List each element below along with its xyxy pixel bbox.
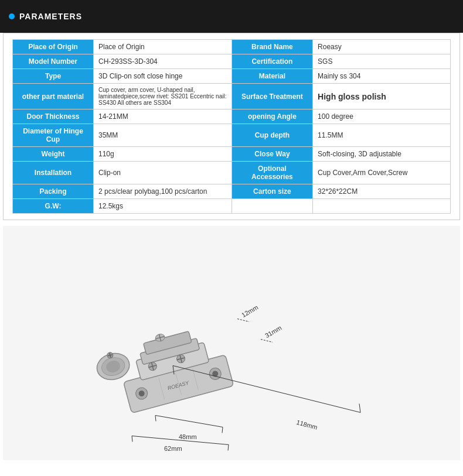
- dim-48mm: 48mm: [179, 433, 197, 440]
- left-label-3: other part material: [13, 84, 94, 109]
- right-label-7: Optional Accessories: [232, 162, 312, 184]
- right-label-8: Carton size: [232, 184, 312, 199]
- dim-62mm: 62mm: [164, 445, 182, 452]
- left-value-2: 3D Clip-on soft close hinge: [94, 69, 232, 84]
- left-value-7: Clip-on: [94, 162, 232, 184]
- left-label-6: Weight: [13, 147, 94, 162]
- left-value-3: Cup cover, arm cover, U-shaped nail, lam…: [94, 84, 232, 109]
- svg-line-36: [132, 436, 132, 442]
- left-label-8: Packing: [13, 184, 94, 199]
- left-label-5: Diameter of Hinge Cup: [13, 124, 94, 147]
- dim-31mm: 31mm: [264, 324, 282, 340]
- dim-118mm: 118mm: [295, 419, 318, 431]
- left-value-5: 35MM: [94, 124, 232, 147]
- header-triangle: [90, 5, 100, 28]
- left-label-2: Type: [13, 69, 94, 84]
- left-label-7: Installation: [13, 162, 94, 184]
- right-value-8: 32*26*22CM: [313, 184, 451, 199]
- right-label-3: Surface Treatment: [232, 84, 312, 109]
- svg-line-37: [228, 445, 229, 451]
- right-label-0: Brand Name: [232, 40, 312, 54]
- left-value-6: 110g: [94, 147, 232, 162]
- hinge-section: ROEASY: [3, 226, 460, 460]
- svg-line-34: [222, 427, 223, 433]
- right-value-0: Roeasy: [313, 40, 451, 54]
- right-label-4: opening Angle: [232, 109, 312, 124]
- right-value-5: 11.5MM: [313, 124, 451, 147]
- dim-12mm: 12mm: [240, 304, 259, 319]
- left-value-0: Place of Origin: [94, 40, 232, 54]
- svg-line-32: [155, 416, 223, 427]
- left-value-8: 2 pcs/clear polybag,100 pcs/carton: [94, 184, 232, 199]
- right-label-6: Close Way: [232, 147, 312, 162]
- left-value-9: 12.5kgs: [94, 199, 232, 214]
- svg-line-27: [237, 319, 249, 322]
- right-value-6: Soft-closing, 3D adjustable: [313, 147, 451, 162]
- left-value-1: CH-293SS-3D-304: [94, 54, 232, 69]
- right-value-7: Cup Cover,Arm Cover,Screw: [313, 162, 451, 184]
- params-section: Place of OriginPlace of OriginBrand Name…: [3, 33, 460, 220]
- right-value-1: SGS: [313, 54, 451, 69]
- left-label-1: Model Number: [13, 54, 94, 69]
- svg-line-28: [261, 340, 273, 343]
- left-label-9: G.W:: [13, 199, 94, 214]
- right-label-1: Certification: [232, 54, 312, 69]
- right-label-2: Material: [232, 69, 312, 84]
- right-value-3: High gloss polish: [313, 84, 451, 109]
- right-label-5: Cup depth: [232, 124, 312, 147]
- right-value-4: 100 degree: [313, 109, 451, 124]
- header-bar: PARAMETERS: [0, 0, 463, 33]
- header-dot: [9, 13, 15, 19]
- header-title: PARAMETERS: [19, 12, 82, 21]
- svg-line-33: [155, 416, 156, 422]
- right-value-2: Mainly ss 304: [313, 69, 451, 84]
- hinge-container: ROEASY: [79, 231, 384, 456]
- left-label-4: Door Thickness: [13, 109, 94, 124]
- hinge-svg: ROEASY: [79, 231, 384, 454]
- params-table: Place of OriginPlace of OriginBrand Name…: [12, 39, 451, 214]
- left-label-0: Place of Origin: [13, 40, 94, 54]
- svg-line-31: [359, 404, 360, 413]
- left-value-4: 14-21MM: [94, 109, 232, 124]
